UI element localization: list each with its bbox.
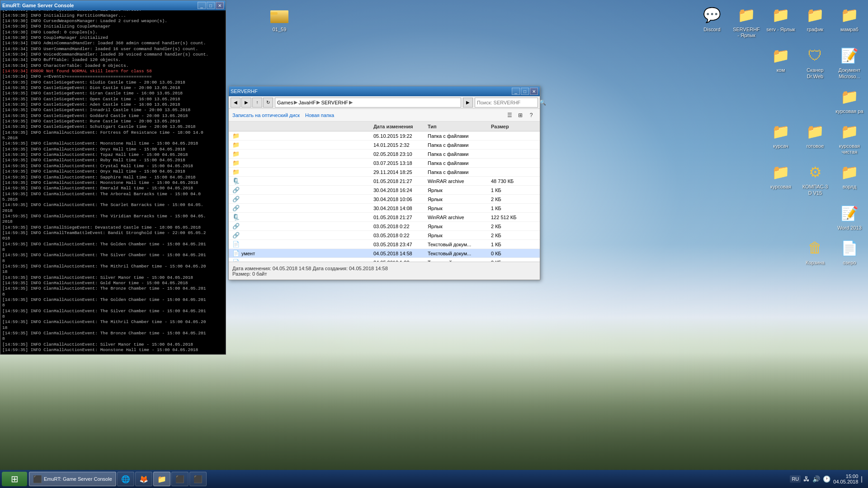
desktop-icon-label: serv - Ярлык xyxy=(766,27,795,33)
file-row[interactable]: 📄 умент 04.05.2018 14:58 Текстовый докум… xyxy=(229,249,540,258)
desktop-icon[interactable]: 📁 SERVERHF - Ярлык xyxy=(730,2,763,40)
desktop-icon-img: 📁 xyxy=(770,45,792,66)
desktop-icon-01_59[interactable]: 01_59 xyxy=(263,2,296,34)
view-help-button[interactable]: ? xyxy=(526,110,536,120)
file-row[interactable]: 📄 04.05.2018 1:22 Текстовый докум... 2 К… xyxy=(229,258,540,262)
desktop-icon[interactable]: 🛡 Сканер Dr.Web xyxy=(799,43,831,81)
file-row[interactable]: 🔗 30.04.2018 14:08 Ярлык 1 КБ xyxy=(229,204,540,213)
view-icons-button[interactable]: ⊞ xyxy=(515,110,525,120)
desktop-icon[interactable]: ⚙ КОМПАС-3D V15 xyxy=(799,160,831,197)
file-row[interactable]: 🔗 30.04.2018 10:06 Ярлык 2 КБ xyxy=(229,195,540,204)
desktop-icon[interactable]: 📄 озеро xyxy=(833,235,866,267)
status-modified: Дата изменения: 04.05.2018 14:58 Дата со… xyxy=(232,266,536,271)
desktop-icon-label: курсач xyxy=(773,143,788,149)
taskbar-firefox-icon: 🦊 xyxy=(139,475,148,483)
file-row[interactable]: 🗜️ 01.05.2018 21:27 WinRAR archive 122 5… xyxy=(229,213,540,222)
explorer-toolbar: ◀ ▶ ↑ ↻ Games ▶ JavaHF ▶ SERVERHF ▶ ▶ 🔍 xyxy=(229,96,540,109)
back-button[interactable]: ◀ xyxy=(231,98,241,108)
explorer-minimize-button[interactable]: _ xyxy=(512,88,520,95)
desktop-icon[interactable]: 💬 Discord xyxy=(696,2,728,40)
file-row[interactable]: 📁 03.07.2015 13:18 Папка с файлами xyxy=(229,159,540,168)
desktop-icon[interactable]: 📁 готовое xyxy=(799,119,831,157)
tray-language[interactable]: RU xyxy=(790,475,801,483)
desktop-icon[interactable]: 📁 курсовая xyxy=(764,160,797,197)
desktop-icon[interactable]: 📁 курсовая чистая xyxy=(833,119,866,157)
file-row[interactable]: 📁 05.10.2015 19:22 Папка с файлами xyxy=(229,131,540,141)
desktop-icon-label: ком xyxy=(777,67,785,73)
desktop-icon[interactable]: 📁 курсовая ра xyxy=(833,84,866,116)
up-button[interactable]: ↑ xyxy=(252,98,262,108)
explorer-titlebar[interactable]: SERVERHF _ □ ✕ xyxy=(229,86,540,96)
desktop-icon-img: 📁 xyxy=(736,4,757,26)
refresh-button[interactable]: ↻ xyxy=(263,98,273,108)
desktop-icon[interactable]: 📁 ворлд xyxy=(833,160,866,197)
desktop-icon-label: курсовая чистая xyxy=(835,143,864,155)
desktop-icon[interactable]: 📁 ком xyxy=(764,43,797,81)
minimize-button[interactable]: _ xyxy=(198,2,206,9)
desktop-icon[interactable]: 📝 Word 2013 xyxy=(833,201,866,233)
file-row[interactable]: 🔗 03.05.2018 0:22 Ярлык 2 КБ xyxy=(229,231,540,240)
file-row[interactable]: 📄 03.05.2018 23:47 Текстовый докум... 1 … xyxy=(229,240,540,249)
taskbar-item-app[interactable]: ⬛ xyxy=(189,472,207,486)
taskbar-item-chrome[interactable]: 🌐 xyxy=(117,472,134,486)
burn-disc-button[interactable]: Записать на оптический диск xyxy=(232,113,300,118)
sep3: ▶ xyxy=(349,99,353,105)
window-controls[interactable]: _ □ ✕ xyxy=(198,2,224,9)
sep2: ▶ xyxy=(316,99,320,105)
desktop-icon-img: 📁 xyxy=(839,121,860,142)
tray-volume-icon[interactable]: 🔊 xyxy=(812,475,820,483)
start-button[interactable]: ⊞ xyxy=(2,472,27,486)
tray-time: 15:00 04.05.2018 xyxy=(833,474,858,484)
tray-network-icon[interactable]: 🖧 xyxy=(803,475,810,483)
taskbar-item-explorer[interactable]: 📁 xyxy=(153,472,170,486)
file-date: 29.11.2014 18:25 xyxy=(373,169,428,175)
file-row[interactable]: 🗜️ 01.05.2018 21:27 WinRAR archive 48 73… xyxy=(229,177,540,186)
address-bar[interactable]: Games ▶ JavaHF ▶ SERVERHF ▶ xyxy=(275,98,461,108)
tray-show-desktop[interactable]: | xyxy=(861,475,863,483)
file-name: 📄 умент xyxy=(232,250,373,257)
file-list: 📁 05.10.2015 19:22 Папка с файлами 📁 14.… xyxy=(229,131,540,262)
file-size: 2 КБ xyxy=(491,224,536,229)
taskbar-items: ⬛ EmuRT: Game Server Console 🌐 🦊 📁 ⬛ ⬛ xyxy=(29,472,786,486)
search-input[interactable] xyxy=(477,100,539,105)
desktop-icon-img: 📝 xyxy=(839,202,860,224)
file-date: 03.05.2018 23:47 xyxy=(373,242,428,247)
file-row[interactable]: 📁 29.11.2014 18:25 Папка с файлами xyxy=(229,168,540,177)
taskbar-item-console[interactable]: ⬛ EmuRT: Game Server Console xyxy=(29,472,116,486)
taskbar-item-firefox[interactable]: 🦊 xyxy=(135,472,152,486)
file-type-icon: 📁 xyxy=(232,132,240,139)
maximize-button[interactable]: □ xyxy=(207,2,215,9)
explorer-close-button[interactable]: ✕ xyxy=(530,88,538,95)
search-bar[interactable]: 🔍 xyxy=(475,98,538,108)
desktop-icon-img: ⚙ xyxy=(804,161,826,183)
file-type: Ярлык xyxy=(428,188,491,193)
file-row[interactable]: 📁 14.01.2015 2:32 Папка с файлами xyxy=(229,141,540,150)
close-button[interactable]: ✕ xyxy=(216,2,224,9)
view-list-button[interactable]: ☰ xyxy=(505,110,514,120)
file-row[interactable]: 🔗 03.05.2018 0:22 Ярлык 2 КБ xyxy=(229,222,540,231)
explorer-window-controls[interactable]: _ □ ✕ xyxy=(512,88,538,95)
forward-button[interactable]: ▶ xyxy=(241,98,251,108)
desktop-icon[interactable]: 📁 serv - Ярлык xyxy=(764,2,797,40)
desktop-icon[interactable]: 📁 курсач xyxy=(764,119,797,157)
desktop-icon-img: 🛡 xyxy=(804,45,826,66)
file-row[interactable]: 📁 02.05.2018 23:10 Папка с файлами xyxy=(229,150,540,159)
desktop-icon[interactable]: 🗑 Корзина xyxy=(799,235,831,267)
file-name: 📁 xyxy=(232,160,373,166)
console-titlebar[interactable]: EmuRT: Game Server Console _ □ ✕ xyxy=(0,0,226,10)
desktop-icon-img: 📝 xyxy=(839,45,860,66)
file-type-icon: 📁 xyxy=(232,150,240,157)
file-type: Ярлык xyxy=(428,197,491,202)
desktop-icon[interactable]: 📝 Документ Microso... xyxy=(833,43,866,81)
desktop-icon[interactable]: 📁 мамраб xyxy=(833,2,866,40)
file-row[interactable]: 🔗 30.04.2018 16:24 Ярлык 1 КБ xyxy=(229,186,540,195)
desktop-icon[interactable]: 📁 график xyxy=(799,2,831,40)
file-name: 📁 xyxy=(232,141,373,148)
taskbar-item-cmd[interactable]: ⬛ xyxy=(171,472,189,486)
explorer-maximize-button[interactable]: □ xyxy=(521,88,529,95)
file-name: 🔗 xyxy=(232,223,373,230)
new-folder-button[interactable]: Новая папка xyxy=(305,113,334,118)
desktop-icons-mid-top: 01_59 xyxy=(263,2,296,34)
desktop-icon-img: 📄 xyxy=(839,237,860,259)
address-go-button[interactable]: ▶ xyxy=(463,98,473,108)
